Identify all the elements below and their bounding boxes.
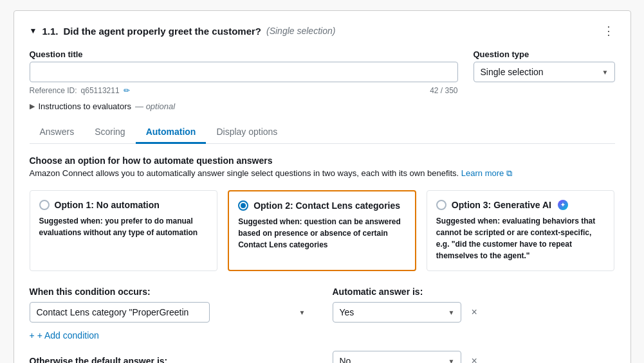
question-title-label: Question title	[30, 49, 458, 59]
option-no-automation[interactable]: Option 1: No automation Suggested when: …	[30, 190, 218, 271]
collapse-icon[interactable]: ▼	[30, 26, 37, 35]
instructions-optional-label: — optional	[135, 102, 175, 111]
form-row: Question title Did the agent properly gr…	[30, 49, 615, 95]
default-answer-select-wrapper: No Yes	[333, 351, 461, 363]
answer-col: Automatic answer is: Yes No ×	[333, 287, 615, 323]
ref-id-value: q65113211	[81, 86, 120, 95]
question-title-input[interactable]: Did the agent properly greet the custome…	[30, 62, 458, 82]
question-title-group: Question title Did the agent properly gr…	[30, 49, 458, 95]
automatic-answer-select[interactable]: Yes No	[333, 302, 461, 323]
edit-ref-icon[interactable]: ✏	[124, 86, 130, 95]
question-type-select-wrapper: Single selection Multi selection Text Nu…	[474, 62, 615, 82]
default-label-col: Otherwise the default answer is:	[30, 356, 312, 363]
option2-title: Option 2: Contact Lens categories	[238, 200, 406, 211]
learn-more-link[interactable]: Learn more ⧉	[461, 168, 512, 178]
option3-title: Option 3: Generative AI ✦	[436, 200, 605, 210]
reference-row: Reference ID: q65113211 ✏ 42 / 350	[30, 86, 458, 95]
option-contact-lens[interactable]: Option 2: Contact Lens categories Sugges…	[228, 190, 416, 271]
remove-condition-button[interactable]: ×	[468, 305, 481, 319]
condition-col: When this condition occurs: Contact Lens…	[30, 287, 312, 323]
instructions-expand-icon: ▶	[30, 102, 35, 111]
default-answer-row: Otherwise the default answer is: No Yes …	[30, 351, 615, 363]
tabs-bar: Answers Scoring Automation Display optio…	[30, 121, 615, 144]
default-answer-select[interactable]: No Yes	[333, 351, 461, 363]
option3-desc: Suggested when: evaluating behaviors tha…	[436, 215, 605, 261]
option3-radio[interactable]	[436, 200, 446, 210]
option1-radio[interactable]	[39, 200, 50, 210]
automatic-answer-label: Automatic answer is:	[333, 287, 615, 297]
section-title: ▼ 1.1. Did the agent properly greet the …	[30, 26, 336, 37]
default-answer-col: No Yes ×	[333, 351, 615, 363]
remove-default-button[interactable]: ×	[468, 354, 481, 363]
question-type-label: (Single selection)	[266, 26, 335, 36]
option1-title: Option 1: No automation	[39, 200, 208, 210]
question-type-label-field: Question type	[474, 49, 615, 59]
section-header: ▼ 1.1. Did the agent properly greet the …	[30, 24, 615, 38]
char-count: 42 / 350	[430, 86, 457, 95]
option2-radio-inner	[241, 203, 246, 208]
tab-display-options[interactable]: Display options	[206, 121, 288, 144]
automation-subtext: Amazon Connect allows you to automatical…	[30, 168, 615, 179]
default-answer-label: Otherwise the default answer is:	[30, 356, 168, 363]
automation-heading: Choose an option for how to automate que…	[30, 155, 615, 166]
ai-badge-icon: ✦	[558, 200, 568, 210]
automatic-answer-select-wrapper: Yes No	[333, 302, 461, 323]
question-type-select[interactable]: Single selection Multi selection Text Nu…	[474, 62, 615, 82]
option2-desc: Suggested when: question can be answered…	[238, 216, 406, 251]
add-condition-label: + Add condition	[37, 330, 99, 341]
condition-section: When this condition occurs: Contact Lens…	[30, 287, 615, 323]
answer-row: Yes No ×	[333, 302, 615, 323]
option1-desc: Suggested when: you prefer to do manual …	[39, 215, 208, 238]
automation-section: Choose an option for how to automate que…	[30, 155, 615, 363]
condition-select-wrapper: Contact Lens category "ProperGreeting" i…	[30, 302, 312, 323]
section-number: 1.1.	[42, 26, 58, 37]
condition-select[interactable]: Contact Lens category "ProperGreeting" i…	[30, 302, 210, 323]
tab-scoring[interactable]: Scoring	[84, 121, 135, 144]
ref-id-label: Reference ID:	[30, 86, 77, 95]
tab-answers[interactable]: Answers	[30, 121, 85, 144]
question-type-group: Question type Single selection Multi sel…	[474, 49, 615, 95]
instructions-label: Instructions to evaluators	[39, 102, 132, 111]
when-condition-label: When this condition occurs:	[30, 287, 312, 297]
option2-radio[interactable]	[238, 200, 248, 211]
kebab-menu-icon[interactable]: ⋮	[603, 24, 615, 38]
tab-automation[interactable]: Automation	[136, 121, 207, 144]
question-card: ▼ 1.1. Did the agent properly greet the …	[14, 10, 631, 363]
add-condition-button[interactable]: + + Add condition	[30, 330, 99, 341]
option-generative-ai[interactable]: Option 3: Generative AI ✦ Suggested when…	[427, 190, 615, 271]
question-prefix: Did the agent properly greet the custome…	[63, 26, 261, 37]
add-condition-icon: +	[30, 330, 35, 341]
automation-options-grid: Option 1: No automation Suggested when: …	[30, 190, 615, 271]
instructions-toggle[interactable]: ▶ Instructions to evaluators — optional	[30, 102, 615, 111]
